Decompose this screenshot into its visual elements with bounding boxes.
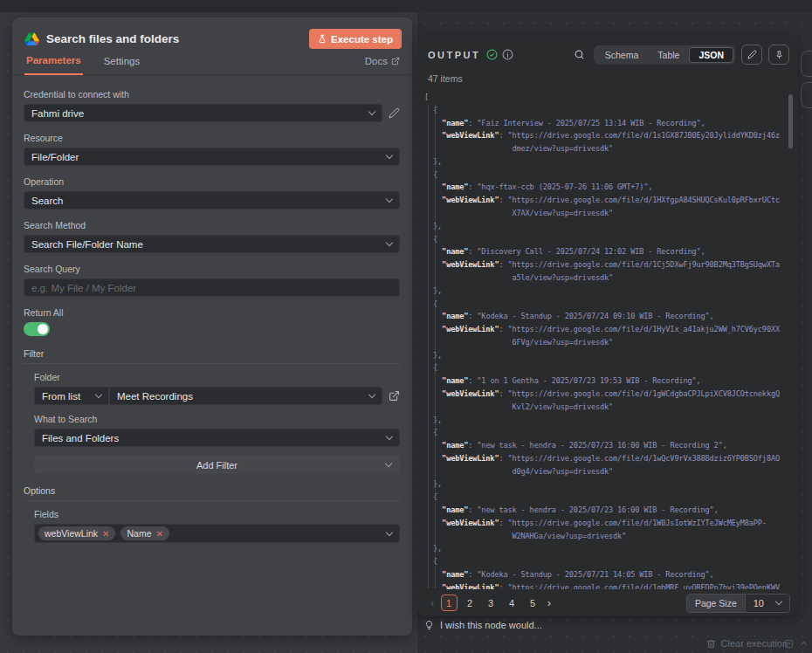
field-tag-label: Name [127,528,151,539]
code-line: }, [424,478,793,491]
code-line: dmez/view?usp=drivesdk" [424,142,793,155]
code-line: "webViewLink": "https://drive.google.com… [424,388,793,401]
output-header: OUTPUT [417,37,798,65]
canvas-edge-button[interactable] [801,51,812,77]
chevron-up-icon[interactable] [799,639,809,649]
options-section-label: Options [24,485,400,496]
field-tag: Name ✕ [120,526,169,540]
field-tag: webViewLink ✕ [38,526,115,540]
page-button-3[interactable]: 3 [483,595,499,611]
code-line: "webViewLink": "https://drive.google.com… [424,258,793,272]
divider [24,500,400,501]
output-panel: OUTPUT [417,37,798,615]
code-line: { [424,491,793,504]
add-filter-label: Add Filter [196,460,237,471]
node-tabs: Parameters Settings Docs [12,49,412,75]
what-to-search-select[interactable]: Files and Folders [34,429,400,447]
page-button-1[interactable]: 1 [441,595,458,611]
code-line: { [424,168,793,182]
chevron-down-icon [386,196,393,203]
folder-mode-select[interactable]: From list [34,387,109,405]
code-line: W2NAHGa/view?usp=drivesdk" [424,530,793,543]
trash-icon [706,639,716,649]
page-button-4[interactable]: 4 [504,595,520,611]
folder-select[interactable]: Meet Recordings [109,387,382,405]
credential-select[interactable]: Fahmi drive [24,104,382,122]
code-line: "name": "new task - hendra - 2025/07/23 … [424,439,793,452]
filter-section-header: Filter [24,348,400,364]
chevron-down-icon [385,460,392,467]
filter-section-label: Filter [24,348,400,359]
workflow-canvas-backdrop: Search files and folders Execute step Pa… [0,0,812,653]
pin-data-button[interactable] [768,45,789,65]
return-all-label: Return All [24,307,400,318]
code-line: "name": "Kodeka - Standup - 2025/07/21 1… [424,568,793,581]
code-line: "name": "hqx-ftax-ccb (2025-07-26 11:06 … [424,181,793,194]
code-line: "webViewLink": "https://drive.google.com… [424,129,793,142]
code-line: }, [424,542,793,555]
node-settings-panel: Search files and folders Execute step Pa… [12,17,412,636]
json-output-view[interactable]: [ { "name": "Faiz Interview - 2025/07/25… [424,91,793,589]
output-title: OUTPUT [428,50,480,60]
chevron-down-icon [368,108,375,115]
code-line: { [424,104,793,117]
scrollbar-thumb[interactable] [788,94,793,148]
return-all-toggle[interactable] [24,322,50,336]
search-method-select[interactable]: Search File/Folder Name [24,235,400,253]
search-icon[interactable] [574,49,585,60]
tab-settings[interactable]: Settings [102,56,142,74]
open-folder-external-icon[interactable] [389,390,400,402]
tab-parameters[interactable]: Parameters [24,55,83,75]
node-parameters-form: Credential to connect with Fahmi drive R… [12,75,412,562]
code-line: Kvl2/view?usp=drivesdk" [424,401,793,414]
code-line: "name": "new task - hendra - 2025/07/23 … [424,504,793,517]
folder-value: Meet Recordings [117,391,369,402]
credential-value: Fahmi drive [31,108,369,119]
code-line: { [424,361,793,375]
edit-credential-icon[interactable] [389,107,400,119]
json-output-code: [ { "name": "Faiz Interview - 2025/07/25… [424,91,793,589]
resource-select[interactable]: File/Folder [24,148,400,166]
code-line: "name": "Faiz Interview - 2025/07/25 13:… [424,117,793,130]
remove-tag-icon[interactable]: ✕ [156,529,163,539]
lightbulb-icon [424,620,434,630]
info-icon[interactable] [502,49,513,60]
remove-tag-icon[interactable]: ✕ [102,529,109,539]
canvas-edge-button[interactable] [801,82,812,108]
view-tab-table[interactable]: Table [648,47,689,63]
search-query-label: Search Query [24,264,400,274]
next-page-icon[interactable]: › [543,597,555,609]
chevron-down-icon [95,391,102,398]
view-tab-json[interactable]: JSON [689,47,733,63]
feedback-text: I wish this node would... [440,620,542,630]
page-size-select[interactable]: 10 [745,595,789,612]
logs-icon[interactable] [784,639,794,649]
docs-label: Docs [365,56,388,66]
pagination-bar: ‹ 1 2 3 4 5 › Page Size 10 [417,590,798,615]
code-line: }, [424,349,793,362]
prev-page-icon[interactable]: ‹ [426,597,438,609]
field-tag-label: webViewLink [45,528,98,539]
code-line: }, [424,285,793,298]
search-method-value: Search File/Folder Name [31,239,387,250]
code-line: }, [424,155,793,168]
search-query-input[interactable] [24,278,400,297]
feedback-bar[interactable]: I wish this node would... [417,615,798,634]
edit-output-button[interactable] [741,45,762,65]
chevron-down-icon [386,528,393,535]
indent-guide [435,105,436,588]
fields-label: Fields [34,509,400,519]
page-button-2[interactable]: 2 [462,595,478,611]
clear-execution-button[interactable]: Clear execution [706,638,788,649]
operation-select[interactable]: Search [24,191,400,210]
fields-multiselect[interactable]: webViewLink ✕ Name ✕ [34,524,400,543]
code-line: [ [424,91,793,104]
add-filter-button[interactable]: Add Filter [34,456,400,474]
page-button-5[interactable]: 5 [525,595,541,611]
view-tab-schema[interactable]: Schema [595,47,649,63]
docs-link[interactable]: Docs [365,56,400,74]
execute-step-button[interactable]: Execute step [309,29,402,49]
page-size-control: Page Size 10 [686,594,790,613]
code-line: "webViewLink": "https://drive.google.com… [424,194,793,207]
toggle-knob [38,324,48,334]
